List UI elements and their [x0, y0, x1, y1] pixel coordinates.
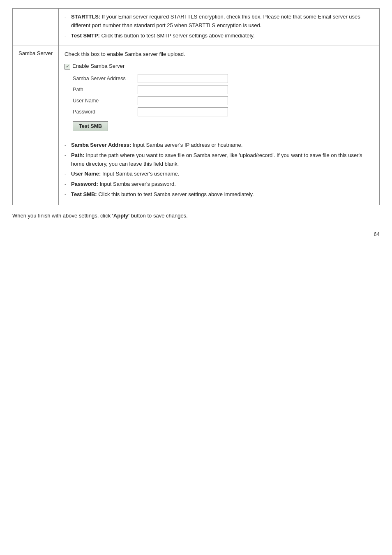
footer-text: When you finish with above settings, cli…	[12, 213, 380, 219]
enable-samba-row[interactable]: ✓ Enable Samba Server	[65, 62, 374, 71]
samba-username-input[interactable]	[138, 96, 228, 105]
username-body: Input Samba server's username.	[101, 171, 179, 177]
path-text: Path: Input the path where you want to s…	[71, 151, 374, 169]
samba-address-input[interactable]	[138, 74, 228, 83]
path-body: Input the path where you want to save fi…	[71, 152, 362, 167]
page-number: 64	[12, 231, 380, 237]
list-item-username: - User Name: Input Samba server's userna…	[65, 170, 374, 178]
username-text: User Name: Input Samba server's username…	[71, 170, 374, 178]
dash-samba-3: -	[65, 170, 71, 178]
password-term: Password:	[71, 181, 98, 187]
list-item-testsmb: - Test SMB: Click this button to test Sa…	[65, 190, 374, 199]
testsmtp-body: Click this button to test SMTP server se…	[100, 32, 255, 39]
dash-icon-2: -	[65, 32, 71, 40]
list-item-path: - Path: Input the path where you want to…	[65, 151, 374, 169]
row-content-starttls: - STARTTLS: If your Email server require…	[59, 9, 380, 46]
username-term: User Name:	[71, 171, 101, 177]
dash-samba-5: -	[65, 190, 71, 199]
samba-bullets: - Samba Server Address: Input Samba serv…	[65, 141, 374, 199]
samba-address-term: Samba Server Address:	[71, 142, 131, 148]
footer-text-after: button to save changes.	[129, 213, 188, 219]
testsmb-text: Test SMB: Click this button to test Samb…	[71, 190, 374, 199]
starttls-text: STARTTLS: If your Email server required …	[71, 13, 374, 30]
samba-label: Samba Server	[13, 46, 59, 205]
samba-address-body: Input Samba server's IP address or hostn…	[131, 142, 242, 148]
table-row-samba: Samba Server Check this box to enable Sa…	[13, 46, 380, 205]
main-table: - STARTTLS: If your Email server require…	[12, 8, 380, 205]
testsmb-term: Test SMB:	[71, 191, 97, 197]
starttls-bullet-list: - STARTTLS: If your Email server require…	[65, 13, 374, 40]
list-item-password: - Password: Input Samba server's passwor…	[65, 180, 374, 189]
samba-password-input[interactable]	[138, 107, 228, 116]
dash-samba-1: -	[65, 141, 71, 150]
testsmtp-term: Test SMTP:	[71, 32, 100, 39]
table-row-starttls: - STARTTLS: If your Email server require…	[13, 9, 380, 46]
row-label-empty	[13, 9, 59, 46]
footer-apply-bold: 'Apply'	[112, 213, 129, 219]
footer-text-before: When you finish with above settings, cli…	[12, 213, 112, 219]
field-label-0: Samba Server Address	[73, 74, 134, 83]
samba-path-input[interactable]	[138, 85, 228, 94]
dash-samba-4: -	[65, 180, 71, 189]
enable-samba-label: Enable Samba Server	[72, 62, 125, 71]
field-label-3: Password	[73, 107, 134, 116]
page-wrapper: - STARTTLS: If your Email server require…	[12, 8, 380, 237]
password-body: Input Samba server's password.	[98, 181, 176, 187]
starttls-body: If your Email server required STARTTLS e…	[71, 14, 360, 28]
samba-content: Check this box to enable Samba server fi…	[59, 46, 380, 205]
list-item-testsmtp: - Test SMTP: Click this button to test S…	[65, 32, 374, 40]
list-item-samba-address: - Samba Server Address: Input Samba serv…	[65, 141, 374, 150]
samba-intro: Check this box to enable Samba server fi…	[65, 50, 374, 59]
samba-section: ✓ Enable Samba Server Samba Server Addre…	[65, 62, 374, 137]
testsmb-body: Click this button to test Samba server s…	[97, 191, 254, 197]
list-item-starttls: - STARTTLS: If your Email server require…	[65, 13, 374, 30]
starttls-term: STARTTLS:	[71, 14, 100, 20]
samba-form-grid: Samba Server Address Path User Name Pass…	[73, 74, 374, 116]
test-smb-button[interactable]: Test SMB	[73, 121, 108, 131]
enable-samba-checkbox[interactable]: ✓	[65, 64, 70, 69]
dash-icon: -	[65, 13, 71, 30]
testsmtp-text: Test SMTP: Click this button to test SMT…	[71, 32, 374, 40]
samba-address-text: Samba Server Address: Input Samba server…	[71, 141, 374, 150]
field-label-2: User Name	[73, 96, 134, 105]
path-term: Path:	[71, 152, 85, 158]
password-text: Password: Input Samba server's password.	[71, 180, 374, 189]
field-label-1: Path	[73, 85, 134, 94]
dash-samba-2: -	[65, 151, 71, 169]
samba-bullet-list: - Samba Server Address: Input Samba serv…	[65, 141, 374, 199]
